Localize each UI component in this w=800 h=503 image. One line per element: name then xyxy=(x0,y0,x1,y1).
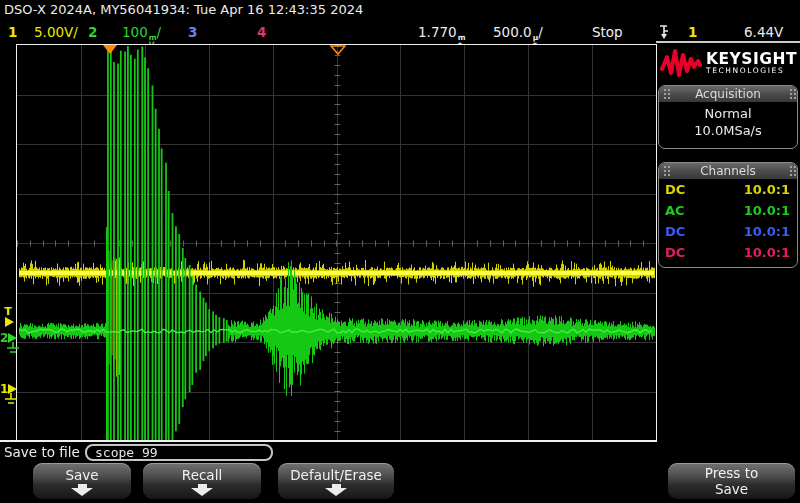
keysight-spark-icon xyxy=(660,47,702,79)
instrument-title: DSO-X 2024A, MY56041934: Tue Apr 16 12:4… xyxy=(4,2,363,17)
trigger-source[interactable]: 1 xyxy=(688,22,697,42)
softkey-save[interactable]: Save xyxy=(33,463,131,499)
oscilloscope-screen: DSO-X 2024A, MY56041934: Tue Apr 16 12:4… xyxy=(0,0,800,503)
sidebar: KEYSIGHT TECHNOLOGIES Acquisition Normal… xyxy=(656,44,800,442)
filename-field[interactable]: scope_99 xyxy=(85,444,273,461)
ch3-number: 3 xyxy=(188,24,197,40)
ch1-number: 1 xyxy=(8,24,17,40)
ch1-scale[interactable]: 5.00V/ xyxy=(34,22,78,42)
softkey-default-erase[interactable]: Default/Erase xyxy=(278,463,394,499)
ch1-ground-icon xyxy=(4,393,18,406)
channel-row-1: DC 10.0:1 xyxy=(659,179,797,200)
filename-value: scope_99 xyxy=(87,446,158,459)
channel-row-3: DC 10.0:1 xyxy=(659,221,797,242)
brand-name: KEYSIGHT xyxy=(706,51,797,67)
ch3-indicator[interactable]: 3 xyxy=(188,22,197,42)
grip-icon xyxy=(664,89,666,91)
trigger-section-underline xyxy=(656,41,800,43)
save-to-file-label: Save to file = xyxy=(4,444,95,460)
channel-row-2: AC 10.0:1 xyxy=(659,200,797,221)
delay-readout[interactable]: 1.770ms xyxy=(418,22,465,42)
waveform-canvas[interactable] xyxy=(17,45,656,441)
acquisition-panel[interactable]: Acquisition Normal 10.0MSa/s xyxy=(658,85,798,149)
ch4-number: 4 xyxy=(257,24,266,40)
trigger-level-arrow-icon xyxy=(5,317,14,327)
ch4-indicator[interactable]: 4 xyxy=(257,22,266,42)
keysight-logo: KEYSIGHT TECHNOLOGIES xyxy=(660,47,798,79)
plot-bottom-border xyxy=(0,440,657,442)
timebase-readout[interactable]: 500.0µs/ xyxy=(493,22,543,42)
softkey-recall[interactable]: Recall xyxy=(143,463,261,499)
trigger-level-marker[interactable]: T xyxy=(0,307,16,327)
ch2-number: 2 xyxy=(88,24,97,40)
trigger-edge-icon xyxy=(658,22,669,42)
trigger-level[interactable]: 6.44V xyxy=(744,22,783,42)
time-reference-marker-icon[interactable] xyxy=(330,45,346,55)
acquisition-panel-header[interactable]: Acquisition xyxy=(659,86,797,102)
trigger-time-marker-icon[interactable] xyxy=(103,45,117,54)
channel-row-4: DC 10.0:1 xyxy=(659,242,797,263)
channels-panel-header[interactable]: Channels xyxy=(659,163,797,179)
waveform-display[interactable] xyxy=(16,44,657,442)
grip-icon xyxy=(790,89,792,91)
grip-icon xyxy=(790,166,792,168)
ch1-indicator[interactable]: 1 xyxy=(8,22,17,42)
run-state: Stop xyxy=(592,22,623,42)
ch2-scale[interactable]: 100mV/ xyxy=(122,22,161,42)
grip-icon xyxy=(664,166,666,168)
channels-panel[interactable]: Channels DC 10.0:1 AC 10.0:1 DC 10.0:1 D… xyxy=(658,162,798,268)
sample-rate: 10.0MSa/s xyxy=(659,122,797,139)
acquisition-mode: Normal xyxy=(659,105,797,122)
ch2-indicator[interactable]: 2 xyxy=(88,22,97,42)
brand-sub: TECHNOLOGIES xyxy=(706,67,797,75)
press-to-save-button[interactable]: Press to Save xyxy=(668,463,795,499)
ch2-ground-icon xyxy=(6,342,20,355)
